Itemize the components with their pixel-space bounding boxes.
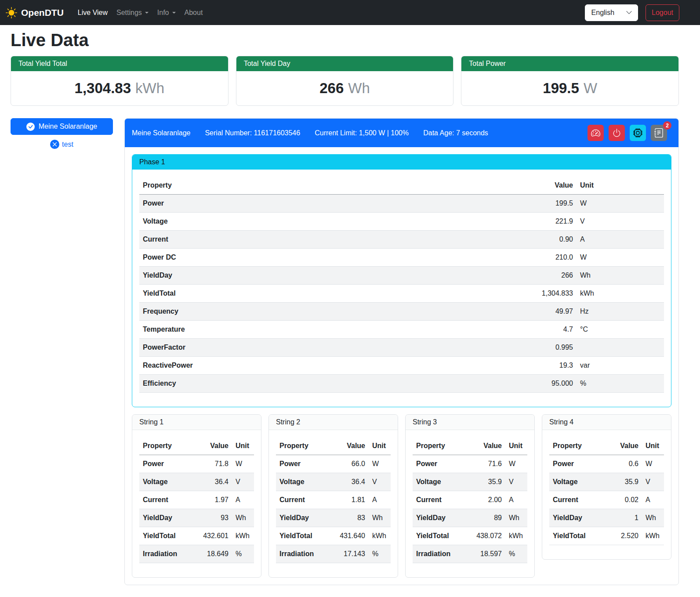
main-container: Live Data Total Yield Total 1,304.83 kWh… — [11, 30, 679, 585]
property-cell: Temperature — [139, 321, 489, 339]
table-row: Frequency49.97Hz — [139, 303, 664, 321]
sidebar-item-selected-inverter[interactable]: Meine Solaranlage — [11, 118, 113, 135]
card-title: Total Power — [461, 56, 678, 71]
sun-icon — [6, 7, 17, 18]
inverter-actions: 2 — [588, 125, 667, 141]
property-cell: YieldTotal — [139, 285, 489, 303]
nav-item-live-view[interactable]: Live View — [73, 5, 112, 20]
inverter-name: Meine Solaranlage — [132, 129, 190, 137]
table-row: Power71.6W — [413, 455, 527, 473]
caret-down-icon — [172, 12, 176, 14]
column-header-value: Value — [489, 177, 577, 195]
limit-settings-button[interactable] — [588, 125, 604, 141]
column-header-value: Value — [602, 437, 642, 455]
column-header-value: Value — [328, 437, 369, 455]
card-total-power: Total Power 199.5 W — [461, 56, 679, 106]
card-value: 266 — [319, 80, 344, 97]
phase-table: Property Value Unit Power199.5WVoltage22… — [139, 177, 664, 393]
value-cell: 0.90 — [489, 231, 577, 249]
column-header-unit: Unit — [369, 437, 391, 455]
journal-text-icon — [654, 128, 664, 137]
phase-title: Phase 1 — [132, 155, 671, 170]
card-total-yield-day: Total Yield Day 266 Wh — [236, 56, 454, 106]
sidebar-item-label: test — [62, 141, 73, 148]
property-cell: YieldDay — [413, 509, 465, 527]
logout-button[interactable]: Logout — [646, 4, 679, 21]
string-title: String 3 — [406, 415, 534, 430]
table-row: Voltage221.9V — [139, 213, 664, 231]
unit-cell: % — [232, 545, 254, 563]
value-cell: 4.7 — [489, 321, 577, 339]
string-title: String 4 — [542, 415, 671, 430]
value-cell: 431.640 — [328, 527, 369, 545]
nav-item-about[interactable]: About — [180, 5, 207, 20]
table-row: Irradiation18.649% — [139, 545, 254, 563]
property-cell: Current — [549, 491, 602, 509]
value-cell: 1,304.833 — [489, 285, 577, 303]
table-row: Current2.00A — [413, 491, 527, 509]
card-title: Total Yield Total — [11, 56, 228, 71]
event-count-badge: 2 — [663, 121, 671, 130]
brand-link[interactable]: OpenDTU — [6, 7, 64, 18]
nav-links: Live View Settings Info About — [73, 5, 585, 20]
phase-card: Phase 1 Property Value Unit Power199.5WV… — [132, 154, 671, 407]
unit-cell: var — [577, 357, 664, 375]
column-header-property: Property — [139, 177, 489, 195]
column-header-property: Property — [139, 437, 192, 455]
table-row: Temperature4.7°C — [139, 321, 664, 339]
value-cell: 0.995 — [489, 339, 577, 357]
content-row: Meine Solaranlage test Meine Solaranlage… — [11, 118, 679, 585]
table-row: Power0.6W — [549, 455, 664, 473]
string-3-card: String 3 Property Value Unit — [405, 414, 535, 578]
table-row: Power66.0W — [276, 455, 391, 473]
value-cell: 1.97 — [192, 491, 232, 509]
unit-cell: V — [577, 213, 664, 231]
property-cell: YieldDay — [139, 509, 192, 527]
unit-cell — [577, 339, 664, 357]
table-row: YieldDay1Wh — [549, 509, 664, 527]
nav-item-settings[interactable]: Settings — [112, 5, 153, 20]
table-header-row: Property Value Unit — [413, 437, 527, 455]
string-1-card: String 1 Property Value Unit — [132, 414, 261, 578]
property-cell: Voltage — [139, 213, 489, 231]
brand-label: OpenDTU — [21, 7, 64, 18]
card-unit: kWh — [135, 80, 164, 97]
property-cell: Irradiation — [139, 545, 192, 563]
value-cell: 93 — [192, 509, 232, 527]
table-row: Current1.97A — [139, 491, 254, 509]
unit-cell: W — [232, 455, 254, 473]
column-header-value: Value — [192, 437, 232, 455]
value-cell: 49.97 — [489, 303, 577, 321]
value-cell: 266 — [489, 267, 577, 285]
unit-cell: % — [505, 545, 527, 563]
language-select[interactable]: English — [585, 4, 638, 21]
table-header-row: Property Value Unit — [549, 437, 664, 455]
property-cell: Current — [139, 231, 489, 249]
property-cell: Current — [276, 491, 328, 509]
string-2-table: Property Value Unit Power66.0WVoltage36.… — [276, 437, 391, 563]
radio-stats-button[interactable] — [630, 125, 646, 141]
property-cell: YieldTotal — [139, 527, 192, 545]
table-row: Power71.8W — [139, 455, 254, 473]
power-toggle-button[interactable] — [609, 125, 625, 141]
event-log-button[interactable]: 2 — [651, 125, 667, 141]
value-cell: 18.649 — [192, 545, 232, 563]
page-title: Live Data — [11, 30, 679, 50]
unit-cell: V — [369, 473, 391, 491]
table-row: YieldDay93Wh — [139, 509, 254, 527]
value-cell: 36.4 — [328, 473, 369, 491]
card-title: Total Yield Day — [236, 56, 453, 71]
table-row: YieldTotal438.072kWh — [413, 527, 527, 545]
value-cell: 19.3 — [489, 357, 577, 375]
property-cell: Power — [139, 195, 489, 213]
unit-cell: kWh — [369, 527, 391, 545]
unit-cell: Wh — [642, 509, 664, 527]
inverter-data-age: Data Age: 7 seconds — [423, 129, 488, 137]
inverter-limit: Current Limit: 1,500 W | 100% — [315, 129, 409, 137]
nav-item-info[interactable]: Info — [153, 5, 180, 20]
value-cell: 221.9 — [489, 213, 577, 231]
value-cell: 1 — [602, 509, 642, 527]
column-header-unit: Unit — [642, 437, 664, 455]
sidebar-item-test-inverter[interactable]: test — [11, 140, 113, 149]
value-cell: 17.143 — [328, 545, 369, 563]
